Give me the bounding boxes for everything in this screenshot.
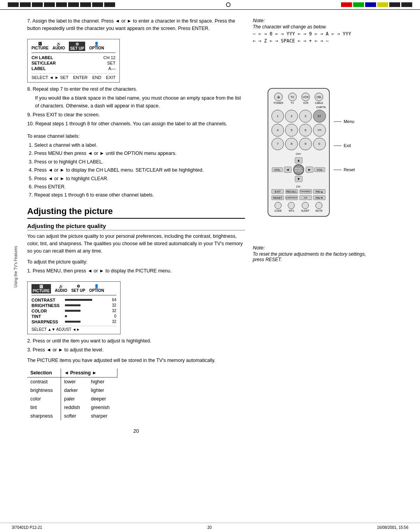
fav-btn[interactable]: FAV▲ — [313, 189, 326, 194]
char-sequence-1: – ← → 0 ← → YYY ← → 9 ← → A ← → YYY — [253, 31, 369, 37]
note-title-1: Note: — [253, 18, 369, 23]
vol-nav-row: VOL ▲ ◄ MENUENTER ► — [271, 156, 326, 184]
remote-menu-label: Menu — [334, 119, 355, 124]
bottom-center: 20 — [207, 525, 212, 530]
rect-9 — [104, 2, 115, 7]
btn-st[interactable]: ST — [313, 110, 326, 123]
pic-icon-setup: ⚙ SET UP — [71, 284, 85, 293]
rect-8 — [92, 2, 103, 7]
nav-down-btn[interactable]: ▼ — [295, 176, 303, 182]
steps-2-3-adjust: 2. Press or until the item you want to a… — [27, 337, 245, 354]
pic-icon-picture: 🖼 PICTURE — [32, 284, 51, 293]
remote-control: ⏻ POWER TV TV VCR VCR CBL — [268, 88, 330, 217]
table-row: tint reddish greenish — [27, 403, 117, 412]
fav2-btn[interactable]: FAV▼ — [313, 195, 326, 200]
note-box-1: Note: The character will change as below… — [253, 18, 369, 45]
erase-section: To erase channel labels: Select a channe… — [27, 133, 245, 199]
picture-menu-box: 🖼 PICTURE 🔊 AUDIO ⚙ SET UP 👤 OPTION — [27, 281, 121, 334]
bottom-bar: 3I70401D P12-21 20 16/08/2001, 15:56 — [0, 523, 420, 532]
btn-6[interactable]: 6 — [299, 124, 312, 137]
erase-step-4: Press ◄ or ► to display the CH LABEL men… — [34, 167, 245, 174]
nav-up-btn[interactable]: ▲ — [295, 157, 303, 163]
remote-top-row: ⏻ POWER TV TV VCR VCR CBL — [271, 93, 326, 104]
btn-8[interactable]: 8 — [285, 138, 298, 151]
remote-exit-label: Exit — [334, 143, 355, 148]
table-header-row: Selection ◄ Pressing ► — [27, 369, 117, 377]
sub-heading-quality: Adjusting the picture quality — [27, 223, 245, 230]
btn-1[interactable]: 1 — [271, 110, 284, 123]
pic-row-color: COLOR 32 — [32, 309, 116, 313]
right-column: Note: The character will change as below… — [253, 18, 369, 438]
table-row: brightness darker lighter — [27, 386, 117, 395]
sleep-btn[interactable] — [302, 202, 309, 209]
menu-icon-option: 👤 OPTION — [89, 42, 104, 51]
color-rect-green — [353, 2, 364, 7]
rect-5 — [56, 2, 67, 7]
vcr-button[interactable]: VCR — [301, 93, 310, 101]
table-row: contrast lower higher — [27, 377, 117, 386]
pic-icon-option: 👤 OPTION — [89, 284, 104, 293]
vol-right-btn[interactable]: VOL — [314, 167, 325, 172]
col-pressing: ◄ Pressing ► — [61, 369, 117, 377]
note-box-2: Note: To reset the picture adjustments t… — [253, 245, 369, 262]
recall-btn[interactable]: RECALL — [285, 189, 298, 194]
btn-5[interactable]: 5 — [285, 124, 298, 137]
top-bar-right-rects — [341, 2, 412, 7]
btn-3[interactable]: 3 — [299, 110, 312, 123]
pic-icon-audio: 🔊 AUDIO — [55, 284, 67, 293]
pic-row-brightness: BRIGHTNESS 32 — [32, 303, 116, 308]
btn-0[interactable]: 0 — [313, 138, 326, 151]
btn-9[interactable]: 9 — [299, 138, 312, 151]
power-button[interactable]: ⏻ — [274, 93, 283, 101]
nav-cluster: ▲ ◄ MENUENTER ► ▼ — [284, 157, 313, 182]
table-row: color paler deeper — [27, 395, 117, 403]
rect-6 — [68, 2, 79, 7]
mute-btn[interactable] — [315, 202, 322, 209]
nav-left-btn[interactable]: ◄ — [284, 167, 292, 173]
cable-button[interactable]: CBL — [315, 93, 323, 101]
btn-4[interactable]: 4 — [271, 124, 284, 137]
pic-menu-bottom: SELECT ▲▼ ADJUST ◄► — [32, 326, 116, 332]
code-btn[interactable] — [275, 202, 282, 209]
table-row: sharpness softer sharper — [27, 412, 117, 420]
mts-btn[interactable] — [288, 202, 295, 209]
reset-btn-row: RESET CAP/TEXT 1/9 FAV▼ — [271, 195, 326, 200]
nav-enter-btn[interactable]: MENUENTER — [293, 164, 304, 175]
btn-2[interactable]: 2 — [285, 110, 298, 123]
tvvideo-btn[interactable]: TV/VIDEO — [299, 189, 312, 194]
exit-btn[interactable]: EXIT — [271, 189, 284, 194]
ratio-btn[interactable]: 1/9 — [299, 195, 312, 200]
reset-btn[interactable]: RESET — [271, 195, 284, 200]
erase-step-1: Select a channel with a label. — [34, 142, 245, 149]
tv-button[interactable]: TV — [288, 93, 297, 101]
menu-bottom-1: SELECT ◄ ► SET ENTER END EXIT — [32, 73, 116, 80]
btn-7[interactable]: 7 — [271, 138, 284, 151]
adjust-intro: You can adjust the picture quality to yo… — [27, 233, 245, 255]
menu-icons-1: 🖼 PICTURE 🔊 AUDIO ⚙ SET UP 👤 OPTION — [32, 42, 116, 53]
rect-2 — [20, 2, 31, 7]
char-sequence-2: ← → Z ← → SPACE ← → + ← → – — [253, 38, 369, 44]
top-bar-center-dot — [226, 2, 231, 7]
menu-rows-1: CH LABEL CH 12 SET/CLEAR SET LABEL A— — [32, 55, 116, 71]
selection-pressing-table: Selection ◄ Pressing ► contrast lower hi… — [27, 369, 117, 420]
main-content: Using the TV's Features 7. Assign the la… — [0, 10, 420, 446]
menu-row-setclear: SET/CLEAR SET — [32, 61, 116, 65]
top-bar-left-rects — [8, 2, 115, 7]
menu-icon-setup: ⚙ SET UP — [69, 42, 85, 51]
sidebar-label: Using the TV's Features — [12, 95, 19, 438]
rect-3 — [32, 2, 43, 7]
color-rect-yellow — [377, 2, 388, 7]
remote-container: ⏻ POWER TV TV VCR VCR CBL — [253, 88, 369, 217]
pic-row-tint: TINT 0 — [32, 314, 116, 319]
nav-right-btn[interactable]: ► — [306, 167, 313, 173]
captext-btn[interactable]: CAP/TEXT — [285, 195, 298, 200]
vol-left-btn[interactable]: VOL — [272, 167, 283, 172]
btn-100[interactable]: 100 — [313, 124, 326, 137]
col-selection: Selection — [27, 369, 61, 377]
center-column: 7. Assign the label to the channel. Pres… — [27, 18, 245, 438]
menu-icon-audio: 🔊 AUDIO — [52, 42, 65, 51]
note-text-1: The character will change as below. — [253, 24, 369, 30]
erase-step-5: Press ◄ or ► to highlight CLEAR. — [34, 175, 245, 183]
pic-row-sharpness: SHARPNESS 32 — [32, 320, 116, 324]
step-7-text: 7. Assign the label to the channel. Pres… — [27, 18, 245, 33]
